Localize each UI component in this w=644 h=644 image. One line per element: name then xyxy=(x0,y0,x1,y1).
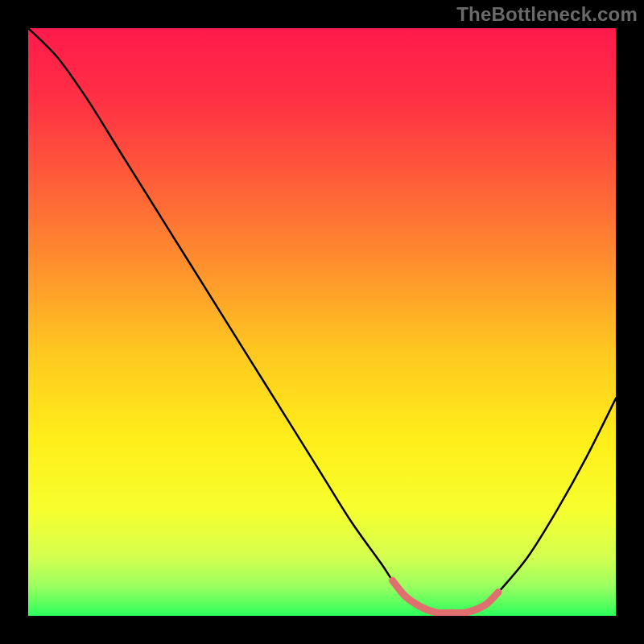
plot-area xyxy=(28,28,616,616)
gradient-background xyxy=(28,28,616,616)
bottleneck-chart xyxy=(28,28,616,616)
watermark-text: TheBottleneck.com xyxy=(456,3,638,26)
chart-container: TheBottleneck.com xyxy=(0,0,644,644)
